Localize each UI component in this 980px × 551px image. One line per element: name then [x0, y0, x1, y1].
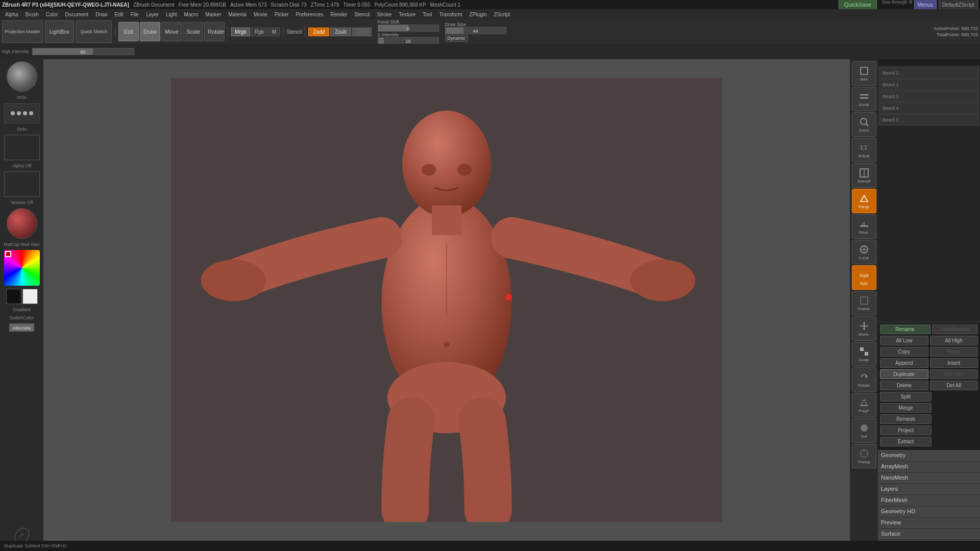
menu-texture[interactable]: Texture [396, 11, 419, 18]
switch-color-label[interactable]: SwitchColor [9, 315, 34, 320]
menu-marker[interactable]: Marker [202, 11, 224, 18]
menu-material[interactable]: Material [226, 11, 250, 18]
tool-scroll[interactable]: Scroll [852, 87, 876, 111]
model-canvas[interactable] [171, 78, 722, 522]
split-button[interactable]: Split [880, 392, 932, 402]
tool-scale[interactable]: Scale [852, 342, 876, 366]
section-layers[interactable]: Layers [878, 484, 980, 494]
menu-zscript[interactable]: ZScript [491, 11, 513, 18]
copy-button[interactable]: Copy [880, 347, 928, 357]
menu-stroke[interactable]: Stroke [374, 11, 395, 18]
tool-aahalf[interactable]: AAHalf [852, 163, 876, 188]
z-intensity-slider[interactable]: Z Intensity 10 [378, 32, 439, 44]
alpha-preview[interactable] [4, 135, 40, 160]
subtool-item-1[interactable]: Beard 1 [879, 79, 979, 90]
menu-document[interactable]: Document [62, 11, 92, 18]
canvas-area[interactable] [43, 59, 850, 541]
zsub-button[interactable]: Zsub [330, 28, 351, 36]
subtool-item-4[interactable]: Beard 5 [879, 114, 979, 126]
section-preview[interactable]: Preview [878, 517, 980, 528]
section-nanomesh[interactable]: NanoMesh [878, 472, 980, 483]
menu-stencil[interactable]: Stencil [351, 11, 373, 18]
menu-alpha[interactable]: Alpha [2, 11, 21, 18]
tool-sol[interactable]: Sol [852, 418, 876, 443]
project-button[interactable]: Project [880, 425, 932, 435]
menu-macro[interactable]: Macro [181, 11, 202, 18]
del-all-button[interactable]: Del All [930, 381, 978, 390]
default-zscript-button[interactable]: DefaultZScript [939, 0, 978, 10]
tool-transp[interactable]: Transp [852, 444, 876, 468]
section-geometry[interactable]: Geometry [878, 450, 980, 461]
background-color[interactable] [22, 289, 38, 304]
quicksave-button[interactable]: QuickSave [839, 0, 877, 10]
tool-brill[interactable]: Brill [852, 61, 876, 86]
section-fibermesh[interactable]: FiberMesh [878, 495, 980, 506]
tool-actual[interactable]: 1:1 Actual [852, 138, 876, 162]
section-surface[interactable]: Surface [878, 529, 980, 539]
remesh-button[interactable]: Remesh [880, 414, 932, 424]
zadd-button[interactable]: Zadd [308, 28, 329, 36]
menu-preferences[interactable]: Preferences [293, 11, 327, 18]
quick-sketch-button[interactable]: Quick Sketch [76, 20, 112, 43]
draw-button[interactable]: Draw [140, 22, 160, 41]
color-picker[interactable] [4, 250, 40, 286]
menu-draw[interactable]: Draw [92, 11, 110, 18]
material-preview[interactable] [7, 208, 37, 239]
move-button[interactable]: Move [161, 22, 182, 41]
menu-color[interactable]: Color [43, 11, 61, 18]
menu-render[interactable]: Render [328, 11, 351, 18]
append-button[interactable]: Append [880, 358, 928, 368]
menu-brush[interactable]: Brush [22, 11, 42, 18]
tool-rotate[interactable]: Rotate [852, 367, 876, 392]
all-high-button[interactable]: All High [930, 336, 978, 345]
tool-persp[interactable]: Persp [852, 189, 876, 213]
tool-gyiz[interactable]: Gyiz Gyiz [852, 265, 876, 290]
mrgb-button[interactable]: Mrgb [231, 28, 250, 36]
menu-picker[interactable]: Picker [272, 11, 292, 18]
rotate-button[interactable]: Rotate [204, 22, 225, 41]
subtool-item-2[interactable]: Beard 3 [879, 91, 979, 102]
menu-transform[interactable]: Transform [436, 11, 465, 18]
menu-layer[interactable]: Layer [143, 11, 162, 18]
tool-floor[interactable]: Floor [852, 214, 876, 239]
focal-shift-slider[interactable]: Focal Shift 0 [378, 19, 439, 32]
auto-resolve-button[interactable]: AutoResolve [932, 324, 978, 334]
rgb-button[interactable]: Rgb [251, 28, 267, 36]
menu-zplugin[interactable]: ZPlugin [467, 11, 490, 18]
foreground-color[interactable] [6, 289, 21, 304]
insert-button[interactable]: Insert [930, 358, 978, 368]
menus-button[interactable]: Menus [914, 0, 937, 10]
paste-button[interactable]: Paste [930, 347, 978, 357]
stroke-preview[interactable] [4, 103, 40, 123]
merge-button[interactable]: Merge [880, 403, 932, 413]
projection-master-button[interactable]: Projection Master [2, 20, 43, 43]
tool-polyf[interactable]: PolyF [852, 393, 876, 417]
subtool-item-3[interactable]: Beard 4 [879, 103, 979, 114]
subtool-item-0[interactable]: Beard 2 [879, 67, 979, 79]
edit-button[interactable]: Edit [118, 22, 139, 41]
alternate-button[interactable]: Alternate [9, 323, 34, 332]
texture-preview[interactable] [4, 171, 40, 197]
tool-move[interactable]: Move [852, 316, 876, 341]
lightbox-button[interactable]: LightBox [45, 20, 74, 43]
menu-light[interactable]: Light [163, 11, 180, 18]
zdot-button[interactable]: Zdot [352, 28, 372, 36]
m-button[interactable]: M [268, 28, 280, 36]
draw-size-slider[interactable]: Draw Size 44 [445, 22, 506, 34]
rename-button[interactable]: Rename [880, 324, 930, 334]
tool-zoom[interactable]: Zoom [852, 112, 876, 137]
get-infor-button[interactable]: Get Infor [930, 369, 978, 379]
tool-local[interactable]: Local [852, 240, 876, 264]
dynamic-button[interactable]: Dynamic [445, 35, 468, 42]
extract-button[interactable]: Extract [880, 437, 932, 446]
brush-preview[interactable] [7, 61, 37, 92]
delete-button[interactable]: Delete [880, 381, 928, 390]
duplicate-button[interactable]: Duplicate [880, 369, 928, 379]
tool-frame[interactable]: Frame [852, 291, 876, 315]
section-geometry-hd[interactable]: Geometry HD [878, 506, 980, 517]
menu-file[interactable]: File [128, 11, 142, 18]
menu-tool[interactable]: Tool [420, 11, 435, 18]
menu-edit[interactable]: Edit [112, 11, 127, 18]
scale-button[interactable]: Scale [183, 22, 203, 41]
menu-movie[interactable]: Movie [251, 11, 271, 18]
